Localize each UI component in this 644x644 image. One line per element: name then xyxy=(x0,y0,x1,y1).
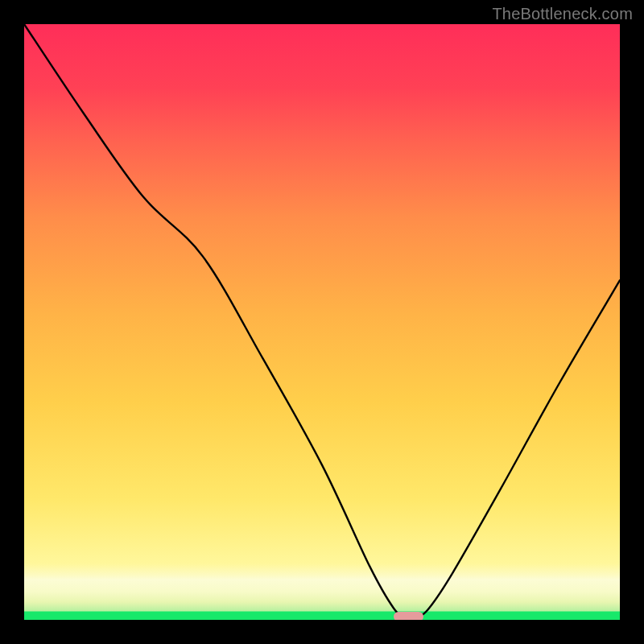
optimal-marker xyxy=(394,612,423,620)
watermark-text: TheBottleneck.com xyxy=(492,5,633,23)
chart-frame: TheBottleneck.com xyxy=(0,0,644,644)
plot-area xyxy=(24,24,620,620)
bottleneck-curve xyxy=(24,24,620,620)
